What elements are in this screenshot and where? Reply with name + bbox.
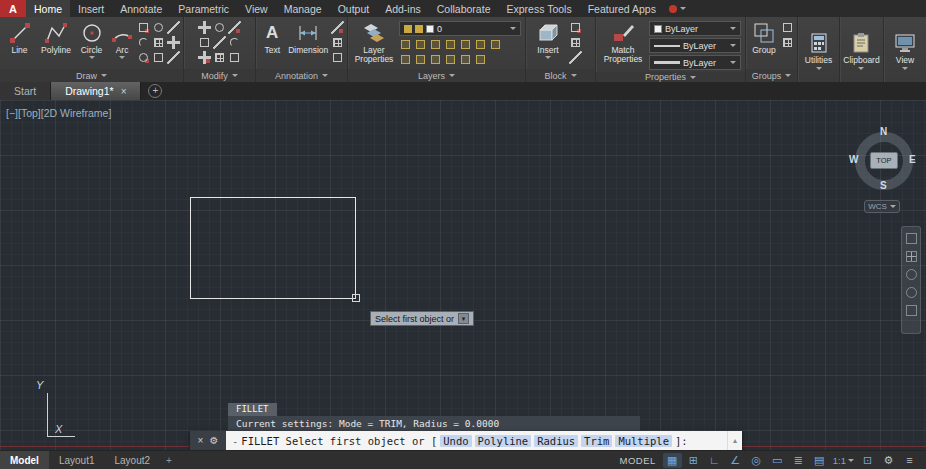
match-properties-button[interactable]: Match Properties (599, 19, 647, 65)
command-option-radius[interactable]: Radius (534, 435, 578, 447)
create-block-tool-icon[interactable] (569, 21, 582, 34)
draw-panel-label[interactable]: Draw (0, 69, 183, 82)
tab-featured-apps[interactable]: Featured Apps (580, 0, 664, 17)
tab-layout1[interactable]: Layout1 (49, 451, 105, 469)
leader-tool-icon[interactable] (331, 21, 344, 34)
linetype-select[interactable]: ByLayer (649, 55, 741, 70)
command-option-polyline[interactable]: Polyline (475, 435, 532, 447)
layer-properties-button[interactable]: Layer Properties (351, 19, 397, 65)
app-logo[interactable]: A (0, 0, 26, 17)
layer-tool-icon[interactable] (459, 38, 472, 51)
viewcube-top-face[interactable]: TOP (870, 152, 898, 169)
polyline-button[interactable]: Polyline (38, 19, 74, 55)
layer-select[interactable]: 0 (399, 21, 521, 36)
orbit-icon[interactable] (906, 287, 917, 298)
customize-icon[interactable]: ⚙ (209, 435, 218, 446)
tab-model[interactable]: Model (0, 451, 49, 469)
mirror-tool-icon[interactable] (213, 36, 226, 49)
tab-insert[interactable]: Insert (70, 0, 112, 17)
selection-cycling-icon[interactable]: ▤ (810, 453, 829, 468)
rotate-tool-icon[interactable] (213, 21, 226, 34)
construction-line-tool-icon[interactable] (167, 21, 180, 34)
tab-collaborate[interactable]: Collaborate (429, 0, 499, 17)
annotation-scale[interactable]: 1:1 (833, 455, 854, 466)
tab-home[interactable]: Home (26, 0, 70, 17)
isolate-objects-icon[interactable]: ⊡ (858, 453, 877, 468)
layer-tool-icon[interactable] (414, 53, 427, 66)
file-tab-start[interactable]: Start (0, 82, 51, 100)
ray-tool-icon[interactable] (167, 51, 180, 64)
copy-tool-icon[interactable] (198, 36, 211, 49)
polar-tracking-icon[interactable]: ∠ (726, 453, 745, 468)
model-space-label[interactable]: MODEL (619, 455, 655, 466)
grid-icon[interactable]: ▦ (663, 453, 682, 468)
group-edit-tool-icon[interactable] (781, 36, 794, 49)
modify-panel-label[interactable]: Modify (184, 69, 255, 82)
layer-tool-icon[interactable] (459, 53, 472, 66)
tab-layout2[interactable]: Layout2 (104, 451, 160, 469)
arc-button[interactable]: Arc (109, 19, 135, 59)
clipboard-button[interactable]: Clipboard (843, 29, 879, 69)
spline-tool-icon[interactable] (137, 36, 150, 49)
tab-express-tools[interactable]: Express Tools (498, 0, 579, 17)
circle-button[interactable]: Circle (76, 19, 107, 59)
ortho-icon[interactable]: ∟ (705, 453, 724, 468)
tab-view[interactable]: View (237, 0, 276, 17)
tab-manage[interactable]: Manage (276, 0, 330, 17)
line-button[interactable]: Line (3, 19, 36, 55)
trim-tool-icon[interactable] (228, 21, 241, 34)
viewport-controls[interactable]: [−][Top][2D Wireframe] (6, 107, 111, 119)
layer-tool-icon[interactable] (399, 38, 412, 51)
text-button[interactable]: A Text (259, 19, 285, 55)
ellipse-tool-icon[interactable] (152, 21, 165, 34)
rectangle-tool-icon[interactable] (137, 21, 150, 34)
block-editor-tool-icon[interactable] (569, 51, 582, 64)
fullnav-wheel-icon[interactable] (906, 233, 917, 244)
properties-panel-label[interactable]: Properties (596, 72, 745, 82)
tab-parametric[interactable]: Parametric (170, 0, 237, 17)
groups-panel-label[interactable]: Groups (746, 69, 797, 82)
command-option-undo[interactable]: Undo (440, 435, 471, 447)
layer-tool-icon[interactable] (429, 53, 442, 66)
array-tool-icon[interactable] (213, 51, 226, 64)
object-snap-icon[interactable]: ◎ (747, 453, 766, 468)
table-tool-icon[interactable] (331, 36, 344, 49)
command-option-multiple[interactable]: Multiple (615, 435, 672, 447)
tab-output[interactable]: Output (330, 0, 378, 17)
region-tool-icon[interactable] (152, 51, 165, 64)
compass-west[interactable]: W (849, 154, 858, 165)
lineweight-select[interactable]: ByLayer (649, 38, 741, 53)
block-panel-label[interactable]: Block (526, 69, 595, 82)
layer-tool-icon[interactable] (474, 38, 487, 51)
object-color-select[interactable]: ByLayer (649, 21, 741, 36)
fillet-tool-icon[interactable] (228, 36, 241, 49)
tab-annotate[interactable]: Annotate (112, 0, 170, 17)
offset-tool-icon[interactable] (228, 51, 241, 64)
compass-east[interactable]: E (909, 154, 916, 165)
group-button[interactable]: Group (749, 19, 779, 55)
lineweight-icon[interactable]: ▭ (768, 453, 787, 468)
layers-panel-label[interactable]: Layers (348, 69, 525, 82)
transparency-icon[interactable]: ≣ (789, 453, 808, 468)
layer-tool-icon[interactable] (429, 38, 442, 51)
settings-gear-icon[interactable]: ⚙ (879, 453, 898, 468)
new-drawing-button[interactable]: + (148, 84, 162, 98)
pan-icon[interactable] (906, 251, 917, 262)
edit-attributes-tool-icon[interactable] (569, 36, 582, 49)
layer-tool-icon[interactable] (399, 53, 412, 66)
hatch-tool-icon[interactable] (152, 36, 165, 49)
close-icon[interactable]: × (198, 435, 204, 446)
compass-south[interactable]: S (880, 180, 887, 191)
showmotion-icon[interactable] (906, 305, 917, 316)
move-tool-icon[interactable] (198, 21, 211, 34)
close-icon[interactable]: × (121, 86, 127, 97)
compass-north[interactable]: N (880, 126, 887, 137)
layer-tool-icon[interactable] (474, 53, 487, 66)
text-style-tool-icon[interactable] (331, 51, 344, 64)
point-tool-icon[interactable] (167, 36, 180, 49)
drawing-canvas[interactable]: [−][Top][2D Wireframe] Select first obje… (0, 100, 926, 450)
wcs-menu[interactable]: WCS (864, 200, 900, 213)
insert-button[interactable]: Insert (529, 19, 567, 59)
donut-tool-icon[interactable] (137, 51, 150, 64)
layer-tool-icon[interactable] (489, 38, 502, 51)
